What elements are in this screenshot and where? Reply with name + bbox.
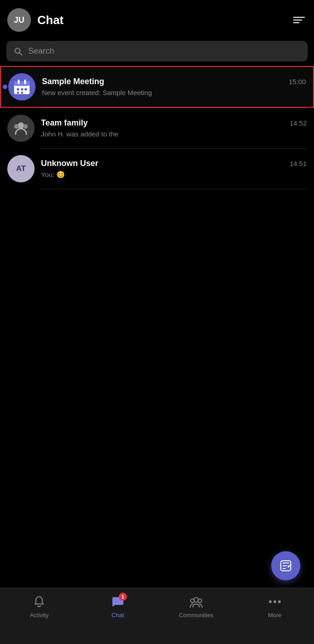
chat-header-row-team: Team family 14:52 (41, 118, 307, 128)
team-icon (13, 121, 29, 135)
header: JU Chat (0, 0, 314, 38)
chat-avatar-team (7, 115, 35, 142)
chat-item-team-family[interactable]: Team family 14:52 John H. was added to t… (0, 108, 314, 148)
chat-item-sample-meeting[interactable]: Sample Meeting 15:00 New event created: … (0, 66, 314, 108)
svg-point-18 (269, 600, 272, 603)
chat-name-user: Unknown User (41, 159, 98, 168)
bottom-nav: Activity 1 Chat Communities (0, 588, 314, 644)
chat-header-row-user: Unknown User 14:51 (41, 159, 307, 168)
svg-rect-9 (17, 92, 19, 94)
chat-content-user: Unknown User 14:51 You: 😊 (41, 159, 307, 179)
avatar[interactable]: JU (7, 8, 31, 32)
chat-item-unknown-user[interactable]: AT Unknown User 14:51 You: 😊 (0, 149, 314, 189)
svg-point-19 (273, 600, 276, 603)
svg-point-20 (278, 600, 281, 603)
chat-avatar-user: AT (7, 155, 35, 182)
search-bar[interactable]: Search (6, 41, 308, 61)
chat-time-user: 14:51 (289, 160, 307, 167)
svg-rect-4 (18, 80, 20, 84)
chat-name-team: Team family (41, 118, 88, 128)
filter-line-3 (293, 22, 299, 23)
svg-point-11 (18, 122, 24, 129)
chat-icon: 1 (111, 594, 125, 609)
compose-icon (279, 559, 292, 572)
search-icon (14, 47, 23, 56)
svg-rect-3 (14, 81, 30, 86)
chat-preview: New event created: Sample Meeting (42, 89, 152, 96)
nav-item-communities[interactable]: Communities (157, 594, 236, 619)
header-left: JU Chat (7, 8, 64, 32)
filter-line-2 (293, 20, 302, 20)
chat-time-team: 14:52 (289, 119, 307, 127)
search-placeholder: Search (28, 46, 54, 56)
nav-label-communities: Communities (179, 612, 213, 619)
nav-item-activity[interactable]: Activity (0, 594, 79, 619)
chat-content-team: Team family 14:52 John H. was added to t… (41, 118, 307, 138)
bell-icon (32, 594, 46, 609)
svg-line-1 (20, 52, 22, 55)
compose-button[interactable] (271, 551, 300, 580)
communities-icon (189, 594, 203, 609)
svg-rect-5 (24, 80, 26, 84)
unread-indicator (3, 85, 7, 89)
nav-item-more[interactable]: More (236, 594, 314, 619)
chat-avatar-meeting (8, 73, 35, 101)
svg-rect-8 (25, 88, 27, 91)
chat-content-meeting: Sample Meeting 15:00 New event created: … (42, 77, 306, 97)
svg-rect-7 (21, 88, 23, 91)
divider-3 (41, 189, 307, 189)
page-title: Chat (37, 13, 64, 27)
calendar-icon (13, 79, 30, 95)
svg-point-12 (14, 124, 19, 129)
svg-rect-6 (17, 88, 19, 91)
chat-preview-user: You: 😊 (41, 171, 65, 178)
chat-badge: 1 (119, 593, 127, 601)
nav-label-more: More (268, 612, 282, 619)
nav-item-chat[interactable]: 1 Chat (79, 594, 157, 619)
svg-point-13 (23, 124, 28, 129)
filter-line-1 (293, 17, 305, 18)
chat-header-row: Sample Meeting 15:00 (42, 77, 306, 86)
filter-button[interactable] (293, 17, 305, 23)
chat-name: Sample Meeting (42, 77, 104, 86)
nav-label-activity: Activity (30, 612, 49, 619)
chat-preview-team: John H. was added to the (41, 130, 118, 138)
more-icon (268, 594, 282, 609)
svg-rect-10 (21, 92, 23, 94)
nav-label-chat: Chat (111, 612, 124, 619)
chat-time: 15:00 (289, 78, 306, 86)
chat-list: Sample Meeting 15:00 New event created: … (0, 66, 314, 189)
